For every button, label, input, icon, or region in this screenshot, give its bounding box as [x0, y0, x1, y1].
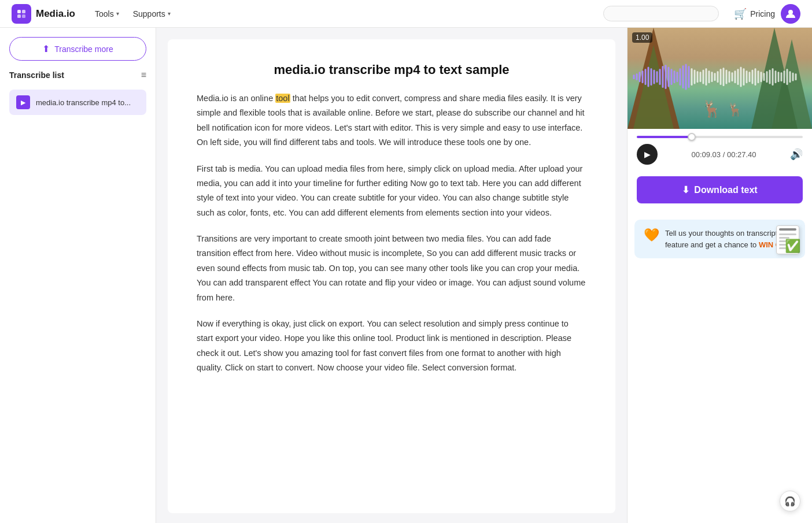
svg-rect-45 — [749, 72, 751, 82]
nav-tools[interactable]: Tools ▾ — [89, 7, 125, 21]
svg-rect-61 — [795, 73, 797, 80]
svg-rect-52 — [769, 70, 771, 84]
svg-rect-25 — [691, 68, 693, 86]
list-item[interactable]: ▶ media.io transcribe mp4 to... — [9, 90, 146, 115]
svg-rect-18 — [671, 69, 673, 85]
pricing-button[interactable]: 🛒 Pricing — [728, 5, 781, 23]
svg-rect-42 — [740, 67, 742, 87]
survey-banner[interactable]: 🧡 Tell us your thoughts on transcription… — [634, 220, 805, 258]
svg-rect-44 — [746, 71, 748, 83]
volume-icon[interactable]: 🔊 — [790, 148, 803, 161]
header: Media.io Tools ▾ Supports ▾ 🛒 Pricing — [0, 0, 812, 28]
svg-rect-38 — [729, 71, 730, 83]
nav-supports[interactable]: Supports ▾ — [127, 7, 176, 21]
svg-rect-2 — [17, 14, 21, 18]
svg-rect-54 — [775, 71, 777, 83]
user-avatar[interactable] — [781, 4, 800, 24]
svg-rect-49 — [761, 72, 762, 82]
svg-rect-48 — [758, 71, 759, 83]
download-icon: ⬇ — [682, 184, 689, 195]
svg-rect-58 — [787, 69, 788, 85]
svg-rect-0 — [17, 10, 21, 13]
svg-rect-51 — [766, 71, 768, 83]
list-item-play-icon: ▶ — [16, 95, 30, 109]
svg-rect-40 — [735, 71, 736, 83]
upload-icon: ⬆ — [42, 43, 50, 54]
transcript-card: media.io transcribe mp4 to text sample M… — [168, 39, 615, 513]
tools-chevron-icon: ▾ — [116, 10, 119, 17]
svg-rect-7 — [639, 72, 641, 82]
svg-rect-31 — [708, 71, 710, 83]
transcribe-more-button[interactable]: ⬆ Transcribe more — [9, 37, 146, 61]
survey-emoji-left: 🧡 — [644, 228, 659, 243]
svg-rect-17 — [668, 67, 670, 87]
svg-rect-22 — [682, 65, 684, 88]
svg-rect-60 — [792, 73, 794, 81]
logo-text: Media.io — [36, 8, 75, 20]
transcript-paragraph-3: Transitions are very important to create… — [197, 232, 586, 305]
svg-rect-28 — [700, 72, 702, 82]
svg-rect-23 — [685, 64, 687, 90]
svg-rect-47 — [755, 68, 756, 86]
video-speed-badge: 1.00 — [632, 32, 652, 43]
svg-rect-41 — [737, 69, 739, 85]
logo[interactable]: Media.io — [12, 4, 75, 24]
svg-rect-35 — [720, 69, 722, 85]
svg-rect-20 — [677, 72, 678, 82]
transcript-paragraph-4: Now if everything is okay, just click on… — [197, 317, 586, 376]
list-filter-icon[interactable]: ≡ — [141, 70, 146, 80]
svg-rect-30 — [706, 68, 707, 86]
svg-rect-6 — [636, 73, 638, 80]
logo-icon — [12, 4, 31, 24]
highlight-tool: tool — [275, 94, 290, 103]
svg-rect-55 — [778, 72, 780, 82]
main-layout: ⬆ Transcribe more Transcribe list ≡ ▶ me… — [0, 28, 812, 523]
play-button[interactable]: ▶ — [637, 144, 658, 165]
headset-icon: 🎧 — [784, 496, 796, 507]
progress-bar[interactable] — [637, 136, 803, 138]
svg-rect-21 — [680, 68, 681, 86]
svg-rect-56 — [781, 72, 783, 81]
svg-rect-14 — [659, 69, 661, 85]
svg-rect-39 — [732, 72, 733, 81]
video-thumbnail: 🦌 🦌 1.00 // Waveform will be rendered be… — [628, 28, 812, 129]
svg-rect-8 — [642, 71, 644, 83]
svg-rect-13 — [656, 71, 658, 83]
transcript-paragraph-2: First tab is media. You can upload media… — [197, 162, 586, 221]
download-text-button[interactable]: ⬇ Download text — [637, 176, 803, 203]
svg-rect-37 — [726, 70, 728, 84]
transcribe-list-title: Transcribe list — [9, 71, 64, 80]
search-input[interactable] — [603, 6, 719, 21]
svg-rect-26 — [694, 70, 696, 84]
svg-rect-53 — [772, 68, 774, 86]
svg-rect-50 — [763, 73, 765, 81]
svg-rect-33 — [714, 73, 716, 81]
transcript-paragraph-1: Media.io is an online tool that helps yo… — [197, 91, 586, 150]
svg-rect-15 — [662, 66, 664, 88]
progress-thumb — [688, 133, 696, 141]
support-widget[interactable]: 🎧 — [780, 491, 800, 511]
player-controls: ▶ 00:09.03 / 00:27.40 🔊 — [628, 138, 812, 170]
checkmark-emoji: ✅ — [785, 239, 800, 254]
svg-point-4 — [788, 10, 793, 14]
svg-rect-3 — [22, 14, 25, 18]
list-item-name: media.io transcribe mp4 to... — [36, 98, 131, 107]
sidebar: ⬆ Transcribe more Transcribe list ≡ ▶ me… — [0, 28, 156, 523]
right-panel: 🦌 🦌 1.00 // Waveform will be rendered be… — [627, 28, 812, 523]
svg-rect-32 — [711, 72, 713, 82]
svg-rect-16 — [665, 65, 667, 89]
svg-rect-36 — [723, 68, 725, 86]
svg-rect-29 — [703, 70, 704, 84]
cart-icon: 🛒 — [734, 8, 747, 20]
time-display: 00:09.03 / 00:27.40 — [691, 150, 756, 159]
svg-rect-24 — [688, 66, 690, 88]
svg-rect-10 — [648, 67, 649, 87]
svg-rect-19 — [674, 71, 676, 83]
progress-fill — [637, 136, 692, 138]
svg-rect-5 — [633, 75, 635, 79]
svg-rect-9 — [645, 69, 647, 85]
progress-container — [628, 129, 812, 138]
content-area: media.io transcribe mp4 to text sample M… — [156, 28, 627, 523]
main-nav: Tools ▾ Supports ▾ — [89, 7, 176, 21]
supports-chevron-icon: ▾ — [168, 10, 171, 17]
